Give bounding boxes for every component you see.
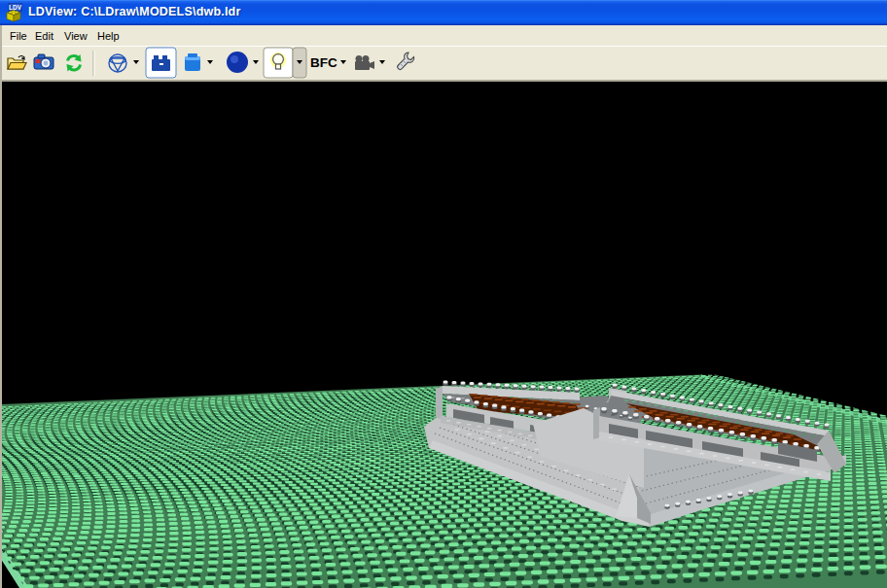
svg-text:BFC: BFC [310,55,337,70]
svg-text:LDV: LDV [9,4,22,11]
